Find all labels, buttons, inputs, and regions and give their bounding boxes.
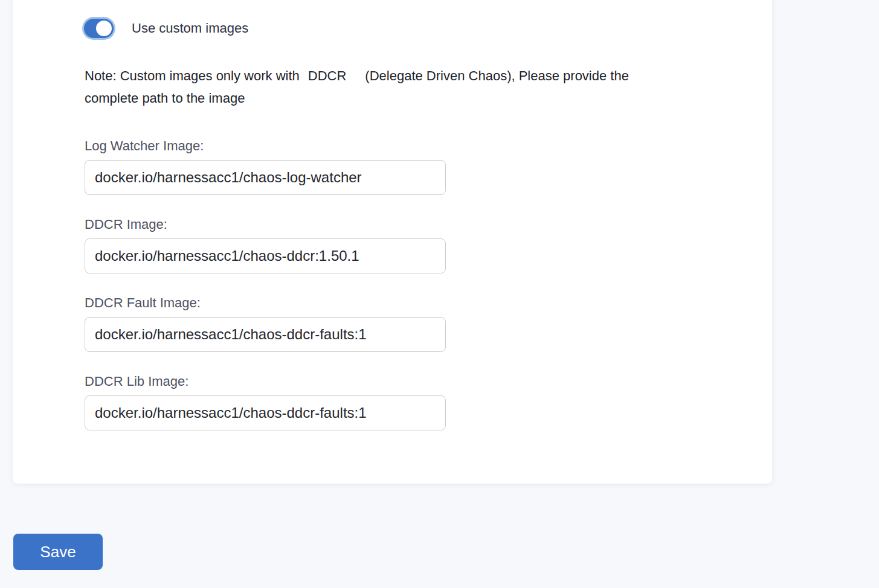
custom-images-note: Note: Custom images only work withDDCR(D…: [85, 65, 629, 109]
note-ddcr-term: DDCR: [308, 65, 347, 87]
note-line1-after: (Delegate Driven Chaos), Please provide …: [365, 68, 629, 83]
use-custom-images-label: Use custom images: [132, 21, 248, 36]
ddcr-lib-image-input[interactable]: [85, 395, 446, 430]
ddcr-image-input[interactable]: [85, 238, 446, 273]
toggle-knob: [96, 21, 112, 36]
page: Use custom images Note: Custom images on…: [0, 0, 879, 588]
ddcr-image-label: DDCR Image:: [85, 217, 446, 232]
save-button[interactable]: Save: [13, 534, 103, 570]
ddcr-lib-image-label: DDCR Lib Image:: [85, 374, 446, 389]
ddcr-fault-image-input[interactable]: [85, 317, 446, 352]
settings-card: Use custom images Note: Custom images on…: [13, 0, 772, 484]
note-line1-before: Note: Custom images only work with: [85, 68, 300, 83]
ddcr-fault-image-field: DDCR Fault Image:: [85, 295, 446, 352]
log-watcher-image-input[interactable]: [85, 160, 446, 195]
note-line-2: complete path to the image: [85, 87, 629, 109]
ddcr-lib-image-field: DDCR Lib Image:: [85, 374, 446, 430]
use-custom-images-row: Use custom images: [82, 17, 248, 40]
ddcr-fault-image-label: DDCR Fault Image:: [85, 295, 446, 311]
log-watcher-image-label: Log Watcher Image:: [85, 138, 446, 154]
log-watcher-image-field: Log Watcher Image:: [85, 138, 446, 195]
use-custom-images-toggle[interactable]: [82, 17, 115, 40]
ddcr-image-field: DDCR Image:: [85, 217, 446, 273]
note-line-1: Note: Custom images only work withDDCR(D…: [85, 65, 629, 87]
